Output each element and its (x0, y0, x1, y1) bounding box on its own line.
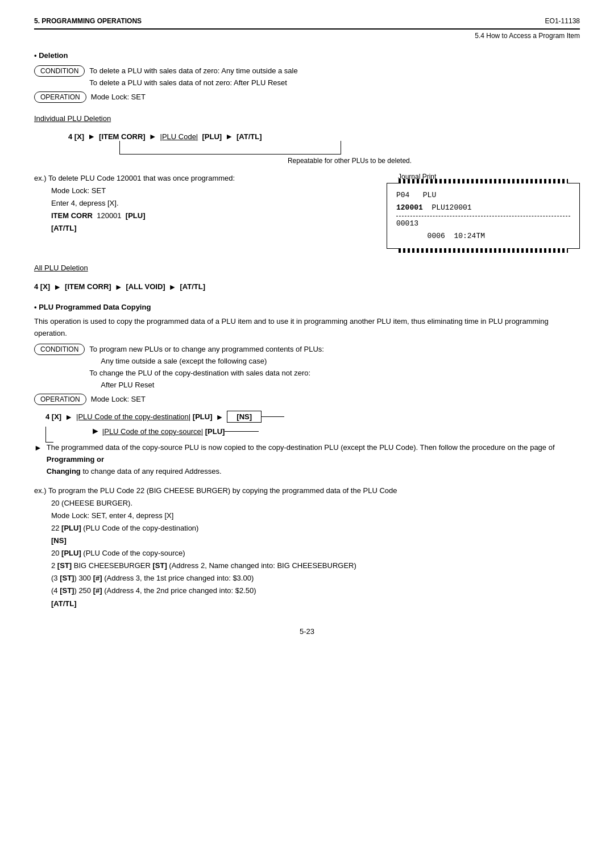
page-header: 5. PROGRAMMING OPERATIONS EO1-11138 (34, 17, 580, 30)
example-line1: ex.) To delete PLU Code 120001 that was … (34, 173, 387, 185)
deletion-condition-badge: CONDITION (34, 65, 85, 77)
flow-item-corr: [ITEM CORR] (99, 132, 146, 141)
copy-note: ► The programmed data of the copy-source… (34, 442, 580, 477)
flow-plu-code-block: |PLU Code| [PLU] (160, 132, 222, 141)
example2-mode: Mode Lock: SET, enter 4, depress [X] (51, 510, 580, 522)
all-plu-section: All PLU Deletion 4 [X] ► [ITEM CORR] ► [… (34, 257, 580, 291)
all-plu-label: All PLU Deletion (34, 264, 88, 272)
ns-flow-x: [X] (52, 412, 61, 421)
copy-operation-text: Mode Lock: SET (91, 394, 146, 406)
all-flow-x: [X] (40, 282, 50, 291)
copy-operation-badge: OPERATION (34, 394, 86, 405)
flow-4x: 4 [X] (68, 132, 84, 141)
example2-20plu: 20 [PLU] (PLU Code of the copy-source) (51, 547, 580, 560)
flow-item-corr-label: [ITEM CORR] (99, 132, 146, 141)
copy-cond-line1: To program new PLUs or to change any pro… (89, 344, 324, 356)
loop-label: Repeatable for other PLUs to be deleted. (119, 157, 580, 165)
arrow2: ► (149, 132, 157, 141)
deletion-example: ex.) To delete PLU Code 120001 that was … (34, 173, 580, 248)
copy-description: This operation is used to copy the progr… (34, 316, 580, 340)
copy-note-bold2: Changing (47, 467, 81, 475)
copy-note-bold1: Programming or (47, 455, 104, 464)
deletion-condition-line1: To delete a PLU with sales data of zero:… (89, 65, 297, 77)
subheader: 5.4 How to Access a Program Item (34, 32, 580, 40)
flow-plu-label: [PLU] (202, 132, 222, 141)
example-mode: Mode Lock: SET (51, 185, 387, 197)
example2-line2: 20 (CHEESE BURGER). (51, 497, 580, 510)
journal-line1: P04 PLU (396, 189, 570, 202)
journal-dashed-line (396, 216, 570, 216)
ns-row2-arrow: ► (91, 426, 100, 436)
ns-arrow2: ► (216, 412, 224, 422)
ex2-st4: [ST] (60, 586, 74, 595)
arrow3: ► (225, 132, 233, 141)
flow-main-row: 4 [X] ► [ITEM CORR] ► |PLU Code| [PLU] ►… (68, 132, 580, 141)
copy-title: • PLU Programmed Data Copying (34, 303, 580, 311)
example2-3st: (3 [ST]) 300 [#] (Address 3, the 1st pri… (51, 572, 580, 585)
all-attl-label: [AT/TL] (180, 282, 205, 291)
copy-cond-line2: Any time outside a sale (except the foll… (101, 356, 324, 368)
journal-container: ex.) To delete PLU Code 120001 that was … (34, 173, 580, 248)
all-item-corr-label: [ITEM CORR] (65, 282, 111, 291)
copy-note-arrow: ► (34, 443, 42, 452)
all-void-label: [ALL VOID] (126, 282, 165, 291)
journal-line2: 120001 PLU120001 (396, 202, 570, 214)
individual-flow-diagram: 4 [X] ► [ITEM CORR] ► |PLU Code| [PLU] ►… (68, 132, 580, 165)
all-flow-attl: [AT/TL] (180, 282, 205, 291)
ns-box: [NS] (227, 411, 262, 423)
deletion-operation-row: OPERATION Mode Lock: SET (34, 91, 580, 103)
example-enter: Enter 4, depress [X]. (51, 197, 387, 210)
loop-box (119, 141, 341, 155)
ex2-st1: [ST] (57, 561, 72, 570)
example2-line1: ex.) To program the PLU Code 22 (BIG CHE… (34, 485, 580, 497)
copy-condition-text: To program new PLUs or to change any pro… (89, 344, 324, 391)
ns-flow-4x: 4 [X] (45, 412, 61, 421)
journal-box: P04 PLU 120001 PLU120001 00013 0006 10:2… (387, 183, 580, 248)
copy-condition-badge: CONDITION (34, 344, 85, 355)
all-flow-item-corr: [ITEM CORR] (65, 282, 111, 291)
copy-condition-row: CONDITION To program new PLUs or to chan… (34, 344, 580, 391)
deletion-condition-text: To delete a PLU with sales data of zero:… (89, 65, 297, 89)
subheader-text: 5.4 How to Access a Program Item (475, 32, 580, 40)
individual-plu-label: Individual PLU Deletion (34, 114, 111, 123)
ns-plu-dest: |PLU Code of the copy-destination| (76, 412, 190, 421)
plu-copy-section: • PLU Programmed Data Copying This opera… (34, 303, 580, 610)
all-arrow2: ► (115, 282, 123, 291)
ex2-hash1: [#] (93, 574, 102, 582)
ex2-st2: [ST] (152, 561, 167, 570)
ns-connector (45, 427, 53, 443)
ns-row2: ► |PLU Code of the copy-source| [PLU] (91, 426, 580, 436)
deletion-condition-row: CONDITION To delete a PLU with sales dat… (34, 65, 580, 89)
deletion-condition-line2: To delete a PLU with sales data of not z… (89, 77, 297, 89)
all-arrow3: ► (169, 282, 177, 291)
flow-attl: [AT/TL] (237, 132, 262, 141)
all-plu-flow: 4 [X] ► [ITEM CORR] ► [ALL VOID] ► [AT/T… (34, 282, 580, 291)
example-attl-bold: [AT/TL] (51, 224, 77, 232)
ex2-hash2: [#] (93, 586, 102, 595)
all-flow-4x: 4 [X] (34, 282, 50, 291)
ex2-plu-bold: [PLU] (61, 524, 81, 532)
flow-x-label: [X] (74, 132, 84, 141)
journal-line4: 0006 10:24TM (396, 230, 570, 243)
arrow1: ► (88, 132, 96, 141)
example2-2st: 2 [ST] BIG CHEESEBURGER [ST] (Address 2,… (51, 560, 580, 572)
example2-22plu: 22 [PLU] (PLU Code of the copy-destinati… (51, 522, 580, 535)
example2-ns: [NS] (51, 535, 580, 547)
flow-plu-code-underline: |PLU Code| (160, 132, 198, 141)
journal-120001: 120001 (396, 203, 423, 212)
example-attl-line: [AT/TL] (51, 222, 387, 235)
ns-plu2: [PLU] (205, 427, 225, 436)
ex2-plu2-bold: [PLU] (61, 549, 81, 557)
example-120001: 120001 (97, 211, 121, 220)
ex2-st3: [ST] (60, 574, 74, 582)
deletion-title: • Deletion (34, 51, 580, 60)
ns-plu1: [PLU] (193, 412, 213, 421)
page: 5. PROGRAMMING OPERATIONS EO1-11138 5.4 … (0, 0, 614, 868)
ns-source-line (225, 431, 259, 432)
journal-right: Journal Print P04 PLU 120001 PLU120001 0… (387, 173, 580, 248)
deletion-label: Deletion (39, 51, 68, 60)
copy-note-text: The programmed data of the copy-source P… (47, 442, 580, 477)
ns-line-end (262, 416, 284, 417)
doc-number: EO1-11138 (545, 17, 580, 25)
example2-attl: [AT/TL] (51, 598, 580, 610)
